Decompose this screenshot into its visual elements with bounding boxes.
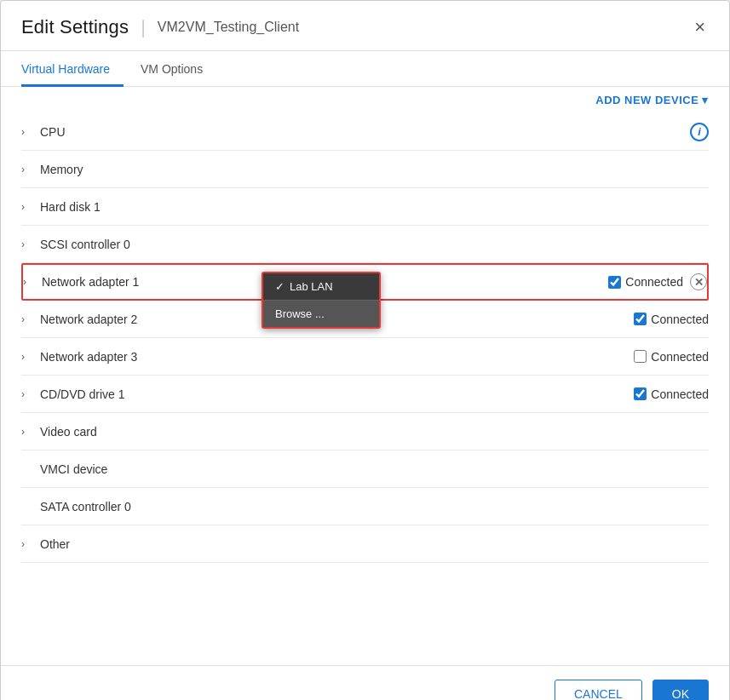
- info-icon-cpu[interactable]: i: [690, 123, 709, 141]
- hardware-list: › CPU i › Memory › Hard disk 1 › SCSI co…: [1, 113, 729, 665]
- hardware-row-network-adapter-3: › Network adapter 3 Connected: [21, 338, 709, 376]
- chevron-icon-hard-disk-1[interactable]: ›: [21, 201, 33, 213]
- add-device-bar: ADD NEW DEVICE ▾: [1, 87, 729, 113]
- empty-space: [21, 563, 709, 665]
- sata-controller-0-label: SATA controller 0: [40, 500, 709, 514]
- hard-disk-1-label: Hard disk 1: [40, 200, 709, 214]
- chevron-icon-video-card[interactable]: ›: [21, 426, 33, 438]
- connected-checkbox-cd-dvd[interactable]: [634, 387, 647, 400]
- chevron-icon-network-adapter-1[interactable]: ›: [23, 276, 35, 288]
- tab-virtual-hardware[interactable]: Virtual Hardware: [21, 52, 124, 87]
- cd-dvd-drive-1-label: CD/DVD drive 1: [40, 387, 634, 401]
- dropdown-item-lab-lan[interactable]: ✓ Lab LAN: [263, 273, 379, 300]
- connected-check-network-2: Connected: [634, 313, 709, 326]
- other-label: Other: [40, 537, 709, 551]
- hardware-row-video-card: › Video card: [21, 413, 709, 450]
- connected-label-network-3: Connected: [651, 350, 709, 364]
- hardware-row-sata-controller-0: › SATA controller 0: [21, 488, 709, 525]
- memory-label: Memory: [40, 163, 709, 176]
- network-adapter-3-right: Connected: [634, 350, 709, 364]
- ok-button[interactable]: OK: [652, 680, 709, 700]
- cpu-label: CPU: [40, 125, 690, 139]
- dialog-subtitle: VM2VM_Testing_Client: [158, 20, 299, 35]
- vmci-device-label: VMCI device: [40, 462, 709, 476]
- connected-label-network-2: Connected: [651, 313, 709, 326]
- cd-dvd-drive-1-right: Connected: [634, 387, 709, 401]
- tab-vm-options[interactable]: VM Options: [141, 52, 216, 87]
- dropdown-item-browse[interactable]: Browse ...: [263, 300, 379, 327]
- chevron-icon-other[interactable]: ›: [21, 538, 33, 550]
- checkmark-icon: ✓: [275, 280, 285, 293]
- chevron-icon-memory[interactable]: ›: [21, 164, 33, 175]
- tabs-bar: Virtual Hardware VM Options: [1, 51, 729, 87]
- network-dropdown-popup: ✓ Lab LAN Browse ...: [262, 272, 381, 329]
- chevron-icon-network-adapter-2[interactable]: ›: [21, 313, 33, 325]
- close-button[interactable]: ×: [691, 16, 709, 38]
- hardware-row-cd-dvd-drive-1: › CD/DVD drive 1 Connected: [21, 376, 709, 413]
- cancel-button[interactable]: CANCEL: [555, 680, 642, 700]
- dialog-header: Edit Settings | VM2VM_Testing_Client ×: [1, 1, 729, 51]
- hardware-row-memory: › Memory: [21, 151, 709, 188]
- hardware-row-cpu: › CPU i: [21, 113, 709, 151]
- network-adapter-1-right: Connected ✕: [608, 273, 707, 290]
- remove-button-network-adapter-1[interactable]: ✕: [690, 273, 707, 290]
- hardware-row-scsi-controller-0: › SCSI controller 0: [21, 226, 709, 263]
- connected-label-network-1: Connected: [625, 275, 683, 289]
- cpu-right: i: [690, 123, 709, 141]
- connected-check-network-1: Connected: [608, 275, 683, 289]
- connected-checkbox-network-1[interactable]: [608, 276, 621, 289]
- hardware-row-hard-disk-1: › Hard disk 1: [21, 188, 709, 226]
- dialog-footer: CANCEL OK: [1, 665, 729, 700]
- network-adapter-3-label: Network adapter 3: [40, 350, 634, 364]
- chevron-icon-network-adapter-3[interactable]: ›: [21, 351, 33, 363]
- chevron-icon-cpu[interactable]: ›: [21, 126, 33, 138]
- chevron-icon-scsi-controller-0[interactable]: ›: [21, 238, 33, 250]
- connected-label-cd-dvd: Connected: [651, 387, 709, 401]
- connected-check-cd-dvd: Connected: [634, 387, 709, 401]
- connected-checkbox-network-2[interactable]: [634, 313, 647, 325]
- hardware-row-other: › Other: [21, 525, 709, 563]
- connected-checkbox-network-3[interactable]: [634, 350, 647, 363]
- edit-settings-dialog: Edit Settings | VM2VM_Testing_Client × V…: [0, 0, 730, 700]
- connected-check-network-3: Connected: [634, 350, 709, 364]
- scsi-controller-0-label: SCSI controller 0: [40, 238, 709, 251]
- dialog-separator: |: [141, 16, 146, 38]
- network-adapter-2-right: Connected: [634, 313, 709, 326]
- dialog-title: Edit Settings: [21, 16, 129, 38]
- hardware-row-network-adapter-1: › Network adapter 1 ✓ Lab LAN Browse ...…: [21, 263, 709, 301]
- hardware-row-vmci-device: › VMCI device: [21, 450, 709, 488]
- video-card-label: Video card: [40, 425, 709, 439]
- add-new-device-button[interactable]: ADD NEW DEVICE ▾: [595, 94, 709, 106]
- chevron-icon-cd-dvd-drive-1[interactable]: ›: [21, 388, 33, 400]
